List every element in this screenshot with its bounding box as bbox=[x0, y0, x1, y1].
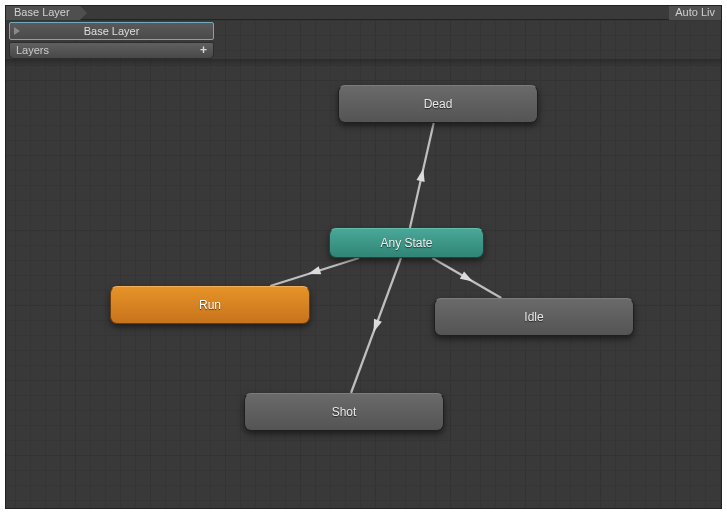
node-any-state[interactable]: Any State bbox=[329, 228, 484, 258]
svg-line-2 bbox=[270, 258, 359, 286]
node-dead[interactable]: Dead bbox=[338, 85, 538, 123]
node-label: Dead bbox=[424, 97, 453, 111]
svg-marker-7 bbox=[374, 319, 382, 332]
top-shadow bbox=[6, 59, 721, 67]
svg-line-6 bbox=[351, 258, 401, 393]
add-layer-icon[interactable]: + bbox=[200, 43, 207, 58]
breadcrumb-root[interactable]: Base Layer bbox=[6, 6, 80, 20]
breadcrumb-bar: Base Layer Auto Liv bbox=[6, 6, 721, 20]
auto-live-toggle[interactable]: Auto Liv bbox=[669, 6, 721, 20]
node-label: Idle bbox=[524, 310, 543, 324]
svg-line-4 bbox=[432, 258, 501, 298]
node-shot[interactable]: Shot bbox=[244, 393, 444, 431]
svg-marker-5 bbox=[460, 272, 473, 282]
svg-line-0 bbox=[410, 123, 434, 228]
animator-graph-canvas[interactable]: Base Layer Auto Liv Base Layer Layers + … bbox=[5, 5, 722, 509]
layers-header[interactable]: Layers + bbox=[9, 42, 214, 59]
node-label: Any State bbox=[380, 236, 432, 250]
layer-tab-base[interactable]: Base Layer bbox=[9, 22, 214, 40]
svg-marker-3 bbox=[308, 266, 321, 274]
node-label: Shot bbox=[332, 405, 357, 419]
svg-marker-1 bbox=[416, 169, 424, 182]
node-run[interactable]: Run bbox=[110, 286, 310, 324]
play-icon bbox=[14, 27, 20, 35]
node-label: Run bbox=[199, 298, 221, 312]
layer-tab-label: Base Layer bbox=[10, 23, 213, 39]
node-idle[interactable]: Idle bbox=[434, 298, 634, 336]
layers-header-label: Layers bbox=[16, 43, 49, 58]
